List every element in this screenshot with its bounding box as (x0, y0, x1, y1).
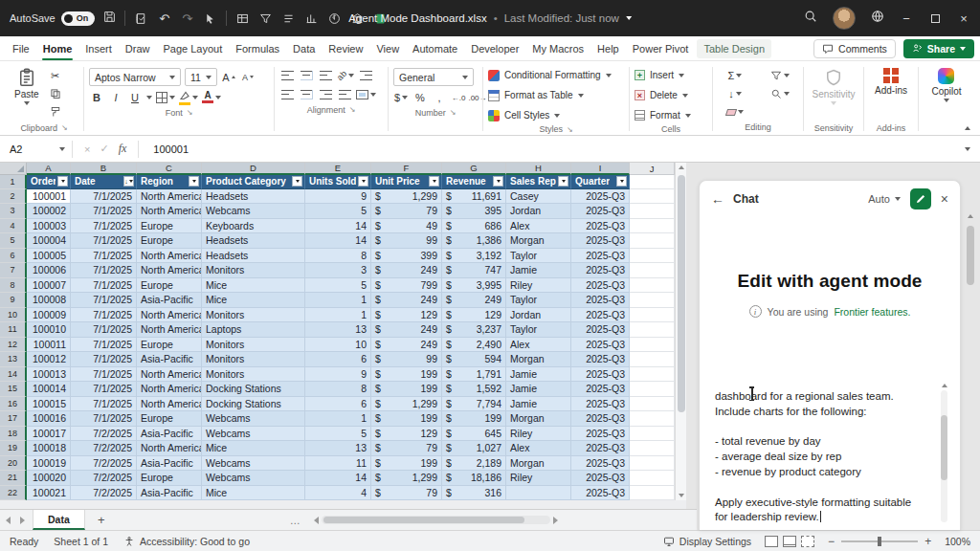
page-layout-view-button[interactable] (783, 536, 796, 547)
filter-button[interactable] (429, 176, 439, 187)
new-chat-button[interactable] (910, 188, 931, 209)
cell[interactable]: Europe (137, 471, 202, 486)
scroll-up-icon[interactable] (679, 165, 684, 169)
cell[interactable]: Webcams (202, 204, 305, 219)
minimize-button[interactable]: − (900, 11, 913, 26)
cell[interactable]: Morgan (506, 352, 571, 367)
menu-tab-file[interactable]: File (6, 36, 36, 60)
cell[interactable]: $2,189 (442, 456, 506, 472)
cell[interactable]: 7/1/2025 (71, 308, 137, 323)
cell[interactable]: North America (137, 204, 202, 219)
column-header-J[interactable]: J (630, 163, 675, 175)
row-header-17[interactable]: 17 (0, 411, 27, 427)
cell[interactable]: North America (137, 263, 202, 278)
panel-scroll-up-icon[interactable] (968, 214, 973, 218)
cell[interactable]: 11 (305, 456, 371, 472)
cell[interactable]: 2025-Q3 (571, 219, 630, 234)
comma-style-button[interactable]: , (432, 90, 447, 105)
cell[interactable]: 7/1/2025 (71, 293, 137, 308)
filter-button[interactable]: ↓ (123, 176, 134, 187)
cell[interactable]: 2025-Q3 (571, 397, 630, 412)
menu-tab-review[interactable]: Review (322, 36, 369, 60)
currency-icon[interactable] (327, 11, 342, 26)
search-icon[interactable] (804, 10, 817, 27)
cell[interactable]: 100001 (27, 189, 71, 205)
cell[interactable]: 100010 (27, 322, 71, 338)
cell[interactable]: North America (137, 382, 202, 397)
autosum-button[interactable]: Σ (718, 68, 752, 83)
cell[interactable]: 7/2/2025 (71, 486, 137, 501)
cell[interactable]: Morgan (506, 233, 571, 249)
cell[interactable]: 7/1/2025 (71, 263, 137, 278)
fill-button[interactable]: ↓ (718, 86, 752, 101)
menu-tab-help[interactable]: Help (590, 36, 626, 60)
cell[interactable]: 100019 (27, 456, 71, 472)
scroll-left-icon[interactable] (314, 517, 319, 524)
row-header-7[interactable]: 7 (0, 263, 27, 278)
cell[interactable] (630, 352, 675, 367)
cell[interactable] (630, 397, 675, 412)
row-header-9[interactable]: 9 (0, 293, 27, 308)
menu-tab-formulas[interactable]: Formulas (229, 36, 286, 60)
cell[interactable]: Webcams (202, 411, 305, 427)
row-header-19[interactable]: 19 (0, 441, 27, 456)
cell[interactable]: 1 (305, 293, 371, 308)
cell[interactable]: Taylor (506, 249, 571, 264)
cell[interactable]: $316 (442, 486, 506, 501)
cell[interactable] (630, 308, 675, 323)
cell[interactable]: $199 (442, 411, 506, 427)
cell[interactable]: 5 (305, 204, 371, 219)
menu-tab-power-pivot[interactable]: Power Pivot (626, 36, 696, 60)
table-header-sales-rep[interactable]: Sales Rep (506, 175, 571, 189)
cell[interactable]: 7/2/2025 (71, 471, 137, 486)
cell[interactable]: 100020 (27, 471, 71, 486)
cell[interactable]: 100006 (27, 263, 71, 278)
expand-formula-bar-icon[interactable] (965, 147, 970, 151)
cell[interactable]: 10 (305, 338, 371, 353)
cell[interactable]: Alex (506, 441, 571, 456)
cell[interactable]: Monitors (202, 308, 305, 323)
cell[interactable]: 100017 (27, 427, 71, 442)
cell[interactable]: Docking Stations (202, 397, 305, 412)
column-header-G[interactable]: G (442, 163, 506, 175)
next-sheet-icon[interactable] (20, 517, 25, 524)
cell[interactable] (630, 486, 675, 501)
cell[interactable]: $399 (371, 249, 442, 264)
cell[interactable]: 2025-Q3 (571, 427, 630, 442)
cell[interactable]: Mice (202, 486, 305, 501)
cell[interactable]: 7/1/2025 (71, 219, 137, 234)
font-size-select[interactable]: 11 (185, 68, 217, 86)
scroll-down-icon[interactable] (679, 494, 684, 497)
align-top-button[interactable] (279, 68, 295, 83)
sheet-options-icon[interactable]: … (290, 515, 301, 526)
cell[interactable] (630, 175, 675, 189)
cell[interactable]: Webcams (202, 427, 305, 442)
cancel-entry-icon[interactable]: × (84, 143, 90, 155)
table-header-orderid[interactable]: OrderID (27, 175, 71, 189)
redo-icon[interactable]: ↷ (180, 11, 194, 26)
clear-button[interactable] (718, 104, 752, 120)
table-header-revenue[interactable]: Revenue (442, 175, 506, 189)
close-button[interactable]: × (957, 11, 970, 26)
cell[interactable]: 4 (305, 486, 371, 501)
cell[interactable]: $249 (371, 322, 442, 338)
cell[interactable] (630, 471, 675, 486)
zoom-slider-thumb[interactable] (878, 537, 881, 546)
comments-button[interactable]: Comments (813, 39, 896, 58)
page-break-view-button[interactable] (801, 536, 814, 547)
cell[interactable]: 2025-Q3 (571, 293, 630, 308)
cell[interactable]: Mice (202, 293, 305, 308)
row-header-11[interactable]: 11 (0, 322, 27, 338)
cell[interactable]: Asia-Pacific (137, 456, 202, 472)
row-header-8[interactable]: 8 (0, 278, 27, 294)
globe-icon[interactable] (871, 10, 884, 27)
cell[interactable] (630, 441, 675, 456)
cell[interactable]: Asia-Pacific (137, 427, 202, 442)
cell[interactable]: $395 (442, 204, 506, 219)
cell[interactable]: 9 (305, 367, 371, 383)
maximize-button[interactable] (928, 11, 942, 26)
undo-icon[interactable]: ↶ (157, 11, 171, 26)
cell[interactable]: Jamie (506, 367, 571, 383)
cell[interactable]: 100018 (27, 441, 71, 456)
cell[interactable]: $99 (371, 233, 442, 249)
